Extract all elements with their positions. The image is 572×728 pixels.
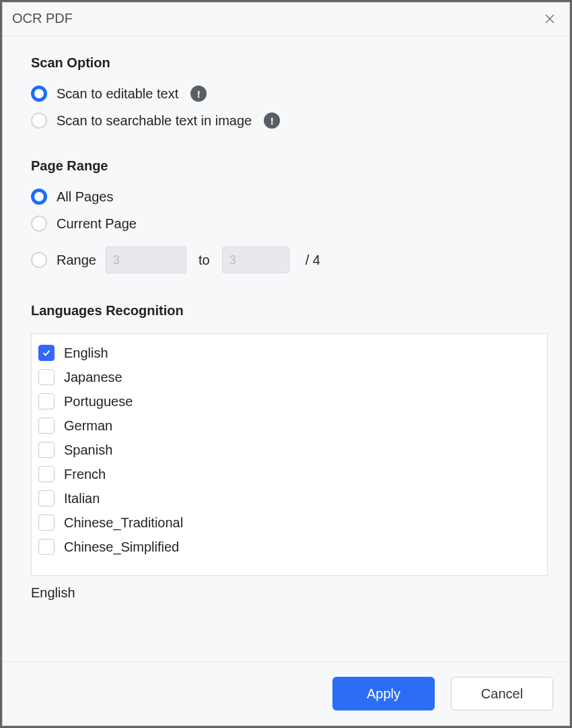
radio-all-pages[interactable]	[31, 189, 47, 205]
language-checkbox[interactable]	[38, 369, 55, 385]
radio-searchable[interactable]	[31, 112, 47, 129]
info-icon[interactable]: !	[264, 112, 280, 129]
page-range-current[interactable]: Current Page	[31, 216, 548, 232]
ocr-pdf-dialog: OCR PDF Scan Option Scan to editable tex…	[2, 2, 570, 726]
language-label: Chinese_Traditional	[64, 515, 183, 531]
language-checkbox[interactable]	[38, 490, 55, 506]
language-item[interactable]: Chinese_Simplified	[37, 535, 542, 559]
info-icon[interactable]: !	[190, 86, 207, 102]
radio-editable[interactable]	[31, 86, 47, 102]
language-checkbox[interactable]	[38, 466, 55, 482]
language-item[interactable]: Portuguese	[37, 389, 542, 413]
language-item[interactable]: German	[37, 413, 542, 438]
language-checkbox[interactable]	[38, 442, 55, 458]
language-label: Japanese	[64, 370, 122, 385]
languages-heading: Languages Recognition	[31, 303, 548, 319]
radio-range[interactable]	[31, 252, 47, 268]
language-item[interactable]: Spanish	[37, 438, 542, 462]
language-item[interactable]: Chinese_Traditional	[37, 510, 542, 535]
languages-list[interactable]: EnglishJapanesePortugueseGermanSpanishFr…	[31, 333, 548, 576]
language-item[interactable]: English	[37, 341, 542, 365]
language-checkbox[interactable]	[38, 345, 55, 361]
dialog-title: OCR PDF	[12, 11, 73, 26]
language-checkbox[interactable]	[38, 393, 55, 409]
language-label: Chinese_Simplified	[64, 539, 179, 555]
selected-languages-summary: English	[31, 585, 548, 601]
language-checkbox[interactable]	[38, 539, 55, 555]
language-checkbox[interactable]	[38, 515, 55, 531]
range-from-input[interactable]	[106, 246, 186, 273]
title-bar: OCR PDF	[3, 3, 569, 36]
radio-searchable-label: Scan to searchable text in image	[57, 113, 252, 129]
apply-button[interactable]: Apply	[332, 677, 435, 710]
radio-range-label: Range	[57, 253, 96, 268]
language-item[interactable]: French	[37, 462, 542, 486]
language-label: Italian	[64, 491, 100, 506]
scan-option-editable[interactable]: Scan to editable text !	[31, 86, 548, 102]
radio-editable-label: Scan to editable text	[57, 86, 178, 102]
language-item[interactable]: Italian	[37, 486, 542, 510]
language-item[interactable]: Japanese	[37, 365, 542, 389]
page-range-heading: Page Range	[31, 158, 548, 174]
language-checkbox[interactable]	[38, 418, 55, 434]
radio-current-page-label: Current Page	[57, 216, 137, 232]
radio-current-page[interactable]	[31, 216, 47, 232]
range-total: / 4	[306, 253, 320, 268]
close-icon[interactable]	[542, 11, 557, 26]
scan-option-searchable[interactable]: Scan to searchable text in image !	[31, 112, 548, 129]
scan-option-heading: Scan Option	[31, 55, 548, 71]
page-range-all[interactable]: All Pages	[31, 189, 548, 205]
dialog-content: Scan Option Scan to editable text ! Scan…	[3, 36, 569, 661]
language-label: Spanish	[64, 442, 112, 458]
range-to-text: to	[196, 253, 213, 268]
language-label: German	[64, 418, 112, 434]
language-label: French	[64, 467, 106, 482]
language-label: English	[64, 345, 108, 361]
dialog-footer: Apply Cancel	[3, 661, 569, 725]
language-label: Portuguese	[64, 394, 133, 409]
cancel-button[interactable]: Cancel	[451, 677, 553, 710]
range-to-input[interactable]	[222, 246, 289, 273]
radio-all-pages-label: All Pages	[57, 189, 114, 205]
page-range-custom[interactable]: Range to / 4	[31, 246, 548, 273]
